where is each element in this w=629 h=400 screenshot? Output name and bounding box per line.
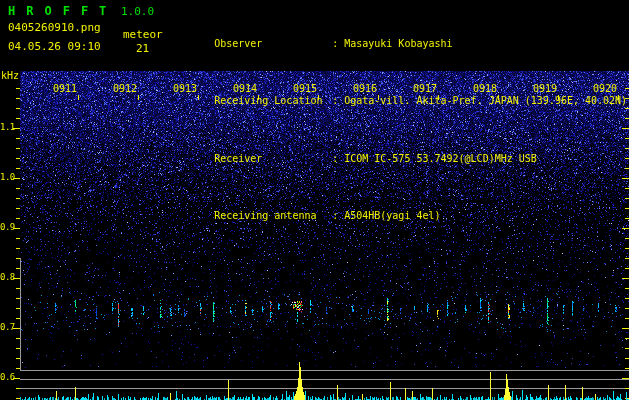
location-label: Receiving Location: [214, 95, 332, 107]
meteor-count-value: 21: [136, 42, 149, 55]
output-filename: 0405260910.png: [8, 21, 101, 34]
info-row-receiver: Receiver: ICOM IC-575 53.7492(@LCD)MHz U…: [178, 141, 627, 176]
time-tick-label: 0920: [592, 83, 617, 94]
time-tick-label: 0914: [232, 83, 257, 94]
time-tick-label: 0918: [472, 83, 497, 94]
antenna-value: A504HB(yagi 4el): [344, 210, 440, 221]
time-tick-label: 0913: [172, 83, 197, 94]
antenna-label: Receiving antenna: [214, 210, 332, 222]
receiver-value: ICOM IC-575 53.7492(@LCD)MHz USB: [344, 153, 537, 164]
receiver-label: Receiver: [214, 153, 332, 165]
app-title: HROFFT: [8, 4, 117, 18]
meteor-counter-label: meteor: [123, 28, 163, 41]
colon-separator: :: [332, 95, 344, 106]
time-tick-label: 0911: [52, 83, 77, 94]
freq-tick-label: 0.6: [0, 372, 14, 382]
time-tick-label: 0912: [112, 83, 137, 94]
app-version: 1.0.0: [121, 5, 154, 18]
colon-separator: :: [332, 38, 344, 49]
time-tick-label: 0915: [292, 83, 317, 94]
freq-tick-label: 1.0: [0, 172, 14, 182]
info-row-observer: Observer: Masayuki Kobayashi: [178, 26, 627, 61]
hrofft-window: HROFFT 1.0.0 0405260910.png meteor 04.05…: [0, 0, 629, 400]
time-tick-label: 0919: [532, 83, 557, 94]
freq-tick-label: 0.8: [0, 272, 14, 282]
location-value: Ogata-vill. Akita-Pref. JAPAN (139.96E, …: [344, 95, 627, 106]
freq-tick-label: 0.7: [0, 322, 14, 332]
station-info: Observer: Masayuki Kobayashi Receiving L…: [178, 3, 627, 256]
colon-separator: :: [332, 210, 344, 221]
time-tick-label: 0916: [352, 83, 377, 94]
observer-value: Masayuki Kobayashi: [344, 38, 452, 49]
freq-tick-label: 0.9: [0, 222, 14, 232]
info-row-antenna: Receiving antenna: A504HB(yagi 4el): [178, 199, 627, 234]
observation-datetime: 04.05.26 09:10: [8, 40, 101, 53]
colon-separator: :: [332, 153, 344, 164]
time-tick-label: 0917: [412, 83, 437, 94]
freq-tick-label: 1.1: [0, 122, 14, 132]
observer-label: Observer: [214, 38, 332, 50]
freq-axis-unit: kHz: [1, 70, 19, 81]
